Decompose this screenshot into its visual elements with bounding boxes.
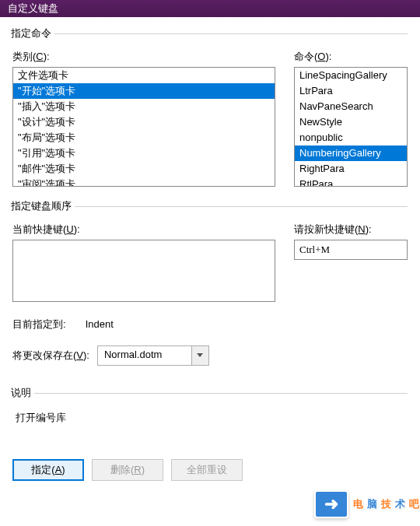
command-item[interactable]: NumberingGallery xyxy=(295,146,407,161)
watermark: ➜ 电 脑 技 术 吧 xyxy=(313,490,420,518)
new-shortcut-input[interactable] xyxy=(294,240,408,260)
window-title-bar: 自定义键盘 xyxy=(0,0,420,17)
categories-listbox[interactable]: 文件选项卡"开始"选项卡"插入"选项卡"设计"选项卡"布局"选项卡"引用"选项卡… xyxy=(12,67,275,187)
new-key-label: 请按新快捷键(N): xyxy=(294,223,408,237)
category-item[interactable]: "邮件"选项卡 xyxy=(13,161,275,177)
save-in-combobox[interactable]: Normal.dotm xyxy=(97,345,209,366)
description-text: 打开编号库 xyxy=(12,406,408,440)
assigned-to-value: Indent xyxy=(86,318,114,330)
command-item[interactable]: RtlPara xyxy=(295,177,407,187)
save-in-value: Normal.dotm xyxy=(98,346,191,365)
category-item[interactable]: "布局"选项卡 xyxy=(13,130,275,146)
assigned-to-label: 目前指定到: xyxy=(12,317,82,331)
specify-command-group: 指定命令 类别(C): 文件选项卡"开始"选项卡"插入"选项卡"设计"选项卡"布… xyxy=(12,26,408,191)
command-item[interactable]: NavPaneSearch xyxy=(295,99,407,114)
category-item[interactable]: "引用"选项卡 xyxy=(13,146,275,161)
categories-label: 类别(C): xyxy=(12,50,275,64)
assign-button[interactable]: 指定(A) xyxy=(12,459,84,481)
remove-button[interactable]: 删除(R) xyxy=(92,459,163,481)
category-item[interactable]: "设计"选项卡 xyxy=(13,114,275,130)
command-item[interactable]: NewStyle xyxy=(295,114,407,130)
description-legend: 说明 xyxy=(11,386,34,400)
keyboard-sequence-group: 指定键盘顺序 当前快捷键(U): 请按新快捷键(N): 目前指定到: Inden… xyxy=(12,199,408,378)
specify-command-legend: 指定命令 xyxy=(11,26,54,40)
command-item[interactable]: nonpublic xyxy=(295,130,407,146)
command-item[interactable]: RightPara xyxy=(295,161,407,177)
command-item[interactable]: LineSpacingGallery xyxy=(295,68,407,83)
command-item[interactable]: LtrPara xyxy=(295,83,407,99)
category-item[interactable]: "开始"选项卡 xyxy=(13,83,275,99)
current-keys-label: 当前快捷键(U): xyxy=(12,223,275,237)
chevron-down-icon[interactable] xyxy=(191,346,208,365)
current-keys-listbox[interactable] xyxy=(12,240,275,302)
commands-label: 命令(O): xyxy=(294,50,408,64)
category-item[interactable]: 文件选项卡 xyxy=(13,68,275,83)
save-in-label: 将更改保存在(V): xyxy=(12,349,89,363)
window-title: 自定义键盘 xyxy=(8,2,58,14)
assigned-to-row: 目前指定到: Indent xyxy=(12,317,408,331)
description-group: 说明 打开编号库 xyxy=(12,386,408,445)
commands-listbox[interactable]: LineSpacingGalleryLtrParaNavPaneSearchNe… xyxy=(294,67,408,187)
watermark-icon: ➜ xyxy=(314,490,348,518)
category-item[interactable]: "审阅"选项卡 xyxy=(13,177,275,187)
reset-all-button[interactable]: 全部重设 xyxy=(171,459,243,481)
keyboard-sequence-legend: 指定键盘顺序 xyxy=(11,199,75,213)
category-item[interactable]: "插入"选项卡 xyxy=(13,99,275,114)
